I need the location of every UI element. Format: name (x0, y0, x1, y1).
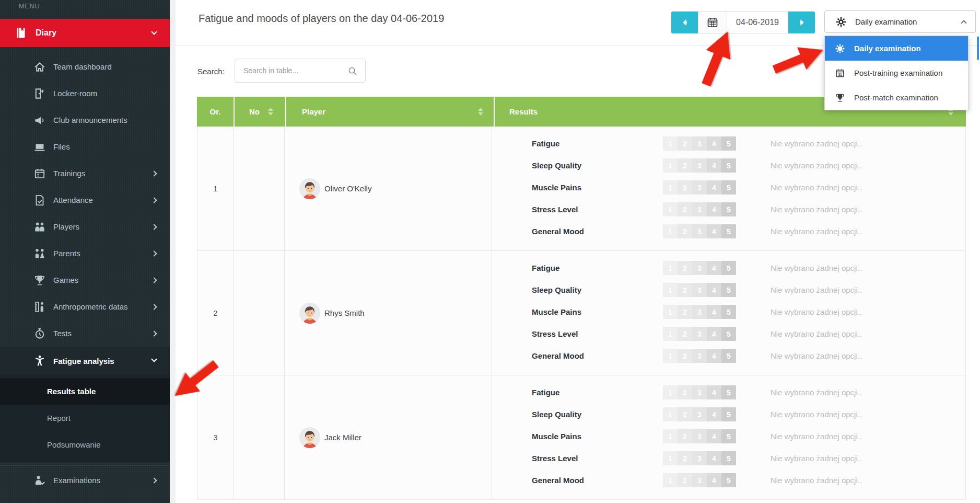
sidebar-item-examinations[interactable]: Examinations (0, 465, 170, 495)
rating-option-3[interactable]: 3 (692, 261, 707, 275)
rating-option-3[interactable]: 3 (692, 224, 707, 238)
rating-option-2[interactable]: 2 (678, 327, 692, 341)
sidebar-item-club-announcements[interactable]: Club announcements (0, 107, 170, 133)
rating-option-2[interactable]: 2 (678, 407, 692, 421)
scrollbar-thumb[interactable] (977, 37, 979, 60)
rating-option-3[interactable]: 3 (692, 180, 707, 195)
sidebar-item-players[interactable]: Players (0, 213, 170, 240)
sidebar-item-anthropometric-datas[interactable]: Anthropometric datas (0, 293, 170, 320)
rating-option-5[interactable]: 5 (721, 451, 736, 465)
rating-option-1[interactable]: 1 (663, 283, 678, 297)
rating-option-3[interactable]: 3 (692, 158, 707, 173)
rating-option-3[interactable]: 3 (692, 385, 707, 399)
rating-option-2[interactable]: 2 (678, 473, 692, 487)
rating-option-4[interactable]: 4 (707, 407, 721, 421)
rating-option-5[interactable]: 5 (721, 158, 736, 173)
sidebar-item-tests[interactable]: Tests (0, 320, 170, 347)
rating-option-3[interactable]: 3 (692, 451, 707, 465)
rating-option-4[interactable]: 4 (707, 136, 721, 151)
column-header-no[interactable]: No (235, 97, 285, 127)
rating-option-3[interactable]: 3 (692, 283, 707, 297)
rating-option-4[interactable]: 4 (707, 473, 721, 487)
sort-icon[interactable] (268, 108, 273, 116)
rating-option-1[interactable]: 1 (663, 261, 678, 275)
rating-option-1[interactable]: 1 (663, 349, 678, 363)
open-calendar-button[interactable] (698, 12, 727, 33)
column-header-player[interactable]: Player (286, 97, 494, 127)
rating-option-5[interactable]: 5 (721, 473, 736, 487)
rating-option-5[interactable]: 5 (721, 202, 736, 216)
dropdown-option-post-match-examination[interactable]: Post-match examination (825, 85, 968, 110)
rating-option-5[interactable]: 5 (721, 429, 736, 443)
dropdown-option-post-training-examination[interactable]: 31Post-training examination (825, 61, 968, 85)
rating-option-2[interactable]: 2 (678, 429, 692, 443)
rating-option-1[interactable]: 1 (663, 202, 678, 216)
rating-option-5[interactable]: 5 (721, 327, 736, 341)
rating-option-4[interactable]: 4 (707, 349, 721, 363)
rating-option-3[interactable]: 3 (692, 327, 707, 341)
sidebar-item-files[interactable]: Files (0, 133, 170, 160)
rating-option-1[interactable]: 1 (663, 385, 678, 399)
rating-option-2[interactable]: 2 (678, 283, 692, 297)
rating-option-4[interactable]: 4 (707, 180, 721, 195)
rating-option-5[interactable]: 5 (721, 180, 736, 195)
sidebar-item-games[interactable]: Games (0, 267, 170, 293)
rating-option-2[interactable]: 2 (678, 202, 692, 216)
rating-option-4[interactable]: 4 (707, 429, 721, 443)
sidebar-item-team-dashboard[interactable]: Team dashboard (0, 53, 170, 80)
submenu-item-podsumowanie[interactable]: Podsumowanie (0, 431, 170, 458)
rating-option-1[interactable]: 1 (663, 158, 678, 173)
rating-option-4[interactable]: 4 (707, 224, 721, 238)
dropdown-option-daily-examination[interactable]: Daily examination (825, 36, 968, 61)
rating-option-2[interactable]: 2 (678, 385, 692, 399)
rating-option-1[interactable]: 1 (663, 180, 678, 195)
rating-option-4[interactable]: 4 (707, 305, 721, 319)
rating-option-4[interactable]: 4 (707, 261, 721, 275)
sort-icon[interactable] (478, 108, 483, 116)
rating-option-3[interactable]: 3 (692, 305, 707, 319)
rating-option-3[interactable]: 3 (692, 473, 707, 487)
rating-option-3[interactable]: 3 (692, 202, 707, 216)
rating-option-5[interactable]: 5 (721, 283, 736, 297)
rating-option-1[interactable]: 1 (663, 327, 678, 341)
rating-option-2[interactable]: 2 (678, 180, 692, 195)
sidebar-item-fatigue-analysis[interactable]: Fatigue analysis (0, 347, 170, 375)
next-day-button[interactable] (788, 12, 815, 33)
rating-option-1[interactable]: 1 (663, 224, 678, 238)
rating-option-5[interactable]: 5 (721, 224, 736, 238)
rating-option-5[interactable]: 5 (721, 385, 736, 399)
rating-option-5[interactable]: 5 (721, 349, 736, 363)
submenu-item-report[interactable]: Report (0, 405, 170, 431)
rating-option-4[interactable]: 4 (707, 158, 721, 173)
rating-option-2[interactable]: 2 (678, 349, 692, 363)
rating-option-1[interactable]: 1 (663, 136, 678, 151)
rating-option-5[interactable]: 5 (721, 305, 736, 319)
rating-option-1[interactable]: 1 (663, 407, 678, 421)
date-field[interactable]: 04-06-2019 (727, 12, 788, 33)
rating-option-4[interactable]: 4 (707, 283, 721, 297)
examination-type-select[interactable]: Daily examination (824, 10, 976, 33)
sidebar-item-locker-room[interactable]: Locker-room (0, 80, 170, 107)
rating-option-4[interactable]: 4 (707, 202, 721, 216)
rating-option-1[interactable]: 1 (663, 429, 678, 443)
search-input[interactable] (235, 59, 340, 82)
rating-option-3[interactable]: 3 (692, 136, 707, 151)
rating-option-5[interactable]: 5 (721, 136, 736, 151)
rating-option-1[interactable]: 1 (663, 451, 678, 465)
submenu-item-results-table[interactable]: Results table (0, 378, 170, 405)
rating-option-2[interactable]: 2 (678, 158, 692, 173)
sidebar-item-attendance[interactable]: Attendance (0, 187, 170, 213)
rating-option-5[interactable]: 5 (721, 261, 736, 275)
rating-option-2[interactable]: 2 (678, 224, 692, 238)
rating-option-2[interactable]: 2 (678, 261, 692, 275)
rating-option-1[interactable]: 1 (663, 305, 678, 319)
rating-option-3[interactable]: 3 (692, 349, 707, 363)
sidebar-item-diary[interactable]: Diary (0, 19, 170, 47)
rating-option-5[interactable]: 5 (721, 407, 736, 421)
rating-option-3[interactable]: 3 (692, 429, 707, 443)
rating-option-2[interactable]: 2 (678, 305, 692, 319)
rating-option-2[interactable]: 2 (678, 136, 692, 151)
rating-option-2[interactable]: 2 (678, 451, 692, 465)
rating-option-3[interactable]: 3 (692, 407, 707, 421)
rating-option-4[interactable]: 4 (707, 451, 721, 465)
